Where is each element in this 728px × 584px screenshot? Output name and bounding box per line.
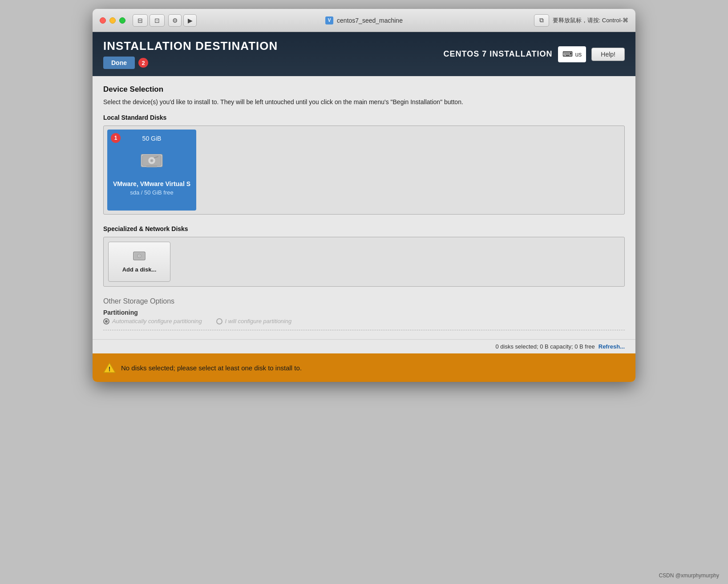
toolbar-settings-button[interactable]: ⚙: [168, 14, 182, 27]
status-bar: 0 disks selected; 0 B capacity; 0 B free…: [93, 339, 635, 353]
header-bar: INSTALLATION DESTINATION Done 2 CENTOS 7…: [93, 32, 635, 76]
device-selection-title: Device Selection: [103, 85, 625, 94]
titlebar-right: ⧉ 要释放鼠标，请按: Control-⌘: [534, 14, 628, 27]
other-storage-section: Other Storage Options Partitioning Autom…: [103, 297, 625, 330]
main-content: Device Selection Select the device(s) yo…: [93, 76, 635, 339]
done-badge: 2: [138, 58, 148, 68]
auto-partition-label: Automatically configure partitioning: [112, 318, 202, 324]
disk-info: sda / 50 GiB free: [130, 189, 174, 196]
vm-icon: V: [325, 16, 333, 24]
disk-grid: 1 50 GiB: [103, 126, 625, 215]
auto-partition-option[interactable]: Automatically configure partitioning: [103, 318, 202, 324]
specialized-title: Specialized & Network Disks: [103, 225, 625, 232]
titlebar: ⊟ ⊡ ⚙ ▶ V centos7_seed_machine ⧉ 要释放鼠标，请…: [93, 9, 635, 32]
manual-partition-option[interactable]: I will configure partitioning: [216, 318, 292, 324]
release-mouse-text: 要释放鼠标，请按: Control-⌘: [553, 16, 628, 24]
warning-icon: !: [103, 361, 116, 374]
keyboard-input[interactable]: ⌨ us: [558, 46, 586, 62]
device-selection-description: Select the device(s) you'd like to insta…: [103, 97, 625, 107]
help-button[interactable]: Help!: [591, 48, 625, 61]
footer-attribution: CSDN @xmurphymurphy: [659, 572, 719, 579]
disk-icon: [138, 149, 165, 173]
disk-selection-badge: 1: [111, 133, 121, 143]
titlebar-center: V centos7_seed_machine: [325, 16, 403, 24]
svg-text:!: !: [109, 365, 111, 373]
refresh-link[interactable]: Refresh...: [599, 343, 625, 350]
keyboard-value: us: [575, 51, 582, 58]
minimize-button[interactable]: [109, 17, 116, 24]
warning-bar: ! No disks selected; please select at le…: [93, 353, 635, 382]
titlebar-copy-button[interactable]: ⧉: [534, 14, 549, 27]
svg-point-10: [139, 256, 140, 257]
maximize-button[interactable]: [119, 17, 125, 24]
manual-partition-radio[interactable]: [216, 318, 222, 324]
toolbar-forward-button[interactable]: ▶: [183, 14, 197, 27]
done-button[interactable]: Done: [103, 57, 135, 69]
add-disk-icon: [133, 251, 146, 264]
svg-rect-6: [146, 166, 157, 167]
other-storage-title: Other Storage Options: [103, 297, 625, 305]
partitioning-label: Partitioning: [103, 309, 625, 316]
partitioning-options: Automatically configure partitioning I w…: [103, 318, 625, 330]
close-button[interactable]: [100, 17, 106, 24]
keyboard-icon: ⌨: [562, 50, 573, 58]
add-disk-label: Add a disk...: [122, 266, 157, 273]
specialized-grid: Add a disk...: [103, 237, 625, 287]
disk-status-text: 0 disks selected; 0 B capacity; 0 B free: [495, 343, 595, 350]
centos-label: CENTOS 7 INSTALLATION: [444, 49, 553, 59]
header-left: INSTALLATION DESTINATION Done 2: [103, 39, 278, 69]
done-btn-wrapper: Done 2: [103, 57, 278, 69]
window-title: centos7_seed_machine: [337, 17, 403, 24]
main-window: ⊟ ⊡ ⚙ ▶ V centos7_seed_machine ⧉ 要释放鼠标，请…: [93, 9, 635, 382]
page-title: INSTALLATION DESTINATION: [103, 39, 278, 53]
header-right: CENTOS 7 INSTALLATION ⌨ us Help!: [444, 46, 625, 62]
svg-point-4: [151, 160, 152, 161]
disk-size: 50 GiB: [142, 135, 162, 142]
traffic-lights: [100, 17, 125, 24]
toolbar-split-view-button[interactable]: ⊟: [133, 14, 148, 27]
local-disks-title: Local Standard Disks: [103, 114, 625, 121]
attribution-text: CSDN @xmurphymurphy: [659, 572, 719, 579]
disk-item[interactable]: 1 50 GiB: [107, 130, 196, 211]
warning-text: No disks selected; please select at leas…: [121, 364, 302, 372]
disk-name: VMware, VMware Virtual S: [113, 180, 190, 187]
installer: INSTALLATION DESTINATION Done 2 CENTOS 7…: [93, 32, 635, 382]
add-disk-button[interactable]: Add a disk...: [108, 242, 170, 282]
specialized-section: Specialized & Network Disks Add a disk..…: [103, 225, 625, 287]
auto-partition-radio[interactable]: [103, 318, 109, 324]
manual-partition-label: I will configure partitioning: [225, 318, 292, 324]
toolbar-display-button[interactable]: ⊡: [150, 14, 165, 27]
